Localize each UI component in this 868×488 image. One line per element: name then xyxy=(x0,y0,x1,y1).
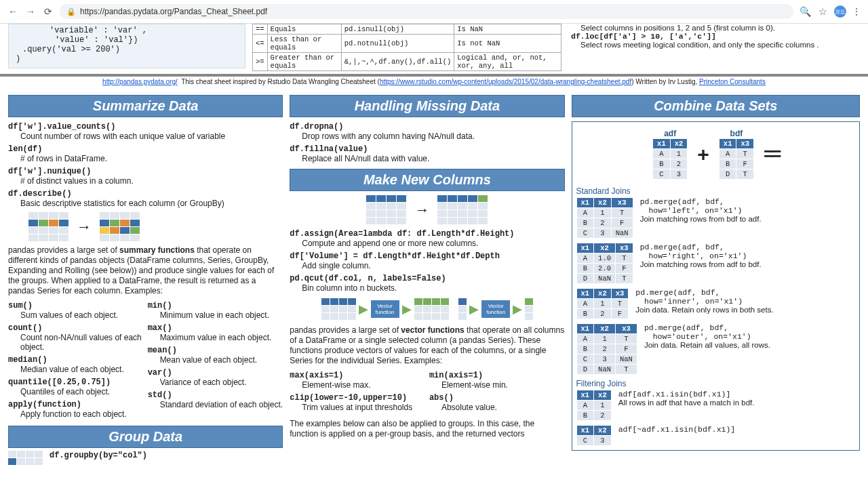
operator-table: ==Equalspd.isnull(obj)Is NaN <=Less than… xyxy=(252,24,561,71)
extension-badge[interactable]: 코드 xyxy=(834,5,846,18)
forward-icon[interactable]: → xyxy=(24,6,37,17)
footnote-link-3[interactable]: Princeton Consultants xyxy=(699,78,766,85)
frag-code: 'variable' : 'var' , 'value' : 'val'}) .… xyxy=(8,24,245,68)
group-para: The examples below can also be applied t… xyxy=(290,419,564,439)
sub-filtering-joins: Filtering Joins xyxy=(576,379,856,388)
summarize-diagram: → xyxy=(28,212,283,241)
top-fragment: 'variable' : 'var' , 'value' : 'val'}) .… xyxy=(0,24,868,77)
groupby-code: df.groupby(by="col") xyxy=(50,451,283,460)
plus-icon: + xyxy=(697,143,709,166)
title-group: Group Data xyxy=(8,426,283,448)
url-text: https://pandas.pydata.org/Pandas_Cheat_S… xyxy=(80,7,267,16)
menu-icon[interactable]: ⋮ xyxy=(852,6,861,17)
col-middle: Handling Missing Data df.dropna()Drop ro… xyxy=(290,95,564,465)
combine-top: adf x1x2A1B2C3 + bdf x1x3ATBFDT == xyxy=(576,129,856,180)
arrow-icon: → xyxy=(77,218,92,236)
footnote-link-1[interactable]: http://pandas.pydata.org/ xyxy=(102,78,178,85)
arrow-icon: → xyxy=(414,201,429,219)
star-icon[interactable]: ☆ xyxy=(816,6,829,17)
browser-toolbar: ← → ⟳ 🔒 https://pandas.pydata.org/Pandas… xyxy=(0,0,868,24)
title-newcols: Make New Columns xyxy=(290,169,564,191)
vector-para: pandas provides a large set of vector fu… xyxy=(290,325,564,366)
vector-flow: ▶ Vector function ▶ ▶ Vector function ▶ xyxy=(290,298,564,320)
summarize-para: pandas provides a large set of summary f… xyxy=(8,245,283,296)
newcols-diagram: → xyxy=(290,195,564,224)
col-combine: Combine Data Sets adf x1x2A1B2C3 + bdf x… xyxy=(572,95,861,465)
reload-icon[interactable]: ⟳ xyxy=(42,6,54,17)
footnote: http://pandas.pydata.org/ This cheat she… xyxy=(0,77,868,87)
search-icon[interactable]: 🔍 xyxy=(799,6,811,17)
col-summarize: Summarize Data df['w'].value_counts()Cou… xyxy=(8,95,283,465)
lock-icon: 🔒 xyxy=(66,7,76,16)
footnote-link-2[interactable]: https://www.rstudio.com/wp-content/uploa… xyxy=(380,78,631,85)
pdf-page: 'variable' : 'var' , 'value' : 'val'}) .… xyxy=(0,24,868,488)
back-icon[interactable]: ← xyxy=(7,6,19,17)
title-combine: Combine Data Sets xyxy=(572,95,861,117)
url-bar[interactable]: 🔒 https://pandas.pydata.org/Pandas_Cheat… xyxy=(60,4,793,19)
sub-standard-joins: Standard Joins xyxy=(576,186,856,196)
title-summarize: Summarize Data xyxy=(8,95,283,117)
title-missing: Handling Missing Data xyxy=(290,95,564,117)
equals-icon: == xyxy=(764,144,778,165)
frag-right: Select columns in positions 1, 2 and 5 (… xyxy=(568,24,860,71)
